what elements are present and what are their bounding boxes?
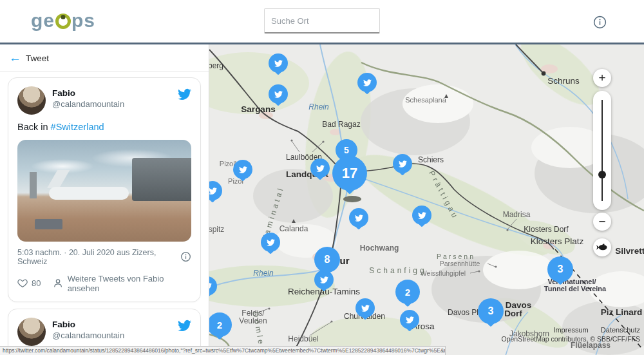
map-label: Klosters Dorf [524,225,568,234]
tweet-marker-pin[interactable] [400,310,419,329]
map-label: Dorf [504,309,522,318]
tweet-text: Back in #Switzerland [17,121,191,133]
geops-logo[interactable]: geps [31,10,95,32]
like-count: 80 [32,278,41,288]
cluster-marker[interactable]: 2 [395,280,420,304]
cluster-marker[interactable]: 2 [209,312,232,337]
twitter-bird-icon [417,211,427,220]
sidebar-title: Tweet [26,53,49,63]
twitter-bird-icon [274,90,283,99]
tweet-handle[interactable]: @calandamountain [52,331,178,340]
tweet-marker-pin[interactable] [357,73,377,92]
map-label: Rhein [308,102,328,111]
map-label: rberg [209,61,223,70]
tweet-marker-pin[interactable] [269,84,288,104]
map-label: Tunnel del Vereina [544,285,606,293]
zoom-slider-track [601,100,603,201]
map-label: Schesaplana [405,96,446,104]
zoom-slider-handle[interactable] [598,171,606,178]
zoom-out-button[interactable]: − [593,213,611,231]
twitter-bird-icon [354,214,364,222]
twitter-bird-icon[interactable] [178,88,191,101]
tweet-author: Fabio [52,88,178,98]
map-label: Sargans [241,104,275,114]
tweet-marker-pin[interactable] [261,233,280,252]
twitter-bird-icon [209,187,218,195]
twitter-bird-icon [363,79,372,87]
zoom-in-button[interactable]: + [593,69,611,87]
cluster-marker[interactable]: 8 [314,247,340,273]
person-icon [53,278,63,289]
search-box[interactable] [264,8,380,34]
logo-text-right: ps [71,10,95,32]
tweet-marker-pin[interactable] [393,154,412,173]
cluster-marker[interactable]: 3 [478,298,504,324]
fish-icon [596,243,608,252]
tweet-sidebar: ← Tweet Fabio @calandamountain Back in #… [0,44,209,355]
tweet-marker-pin[interactable] [269,53,288,73]
map-label: Heidbüel [288,334,318,343]
tweet-handle[interactable]: @calandamountain [52,99,178,109]
twitter-bird-icon [209,282,213,291]
app-header: geps [0,0,644,43]
datenschutz-link[interactable]: Datenschutz [601,326,640,334]
twitter-bird-icon [316,164,325,173]
more-tweets-link[interactable]: Weitere Tweets von Fabio ansehen [68,274,191,293]
search-input[interactable] [271,16,384,26]
zoom-out-label: − [598,215,605,229]
hashtag-link[interactable]: #Switzerland [51,122,104,132]
tweet-marker-pin[interactable] [310,158,330,178]
tweet-marker-pin[interactable] [349,208,368,227]
map-label: Hochwang [360,244,399,253]
back-arrow-icon[interactable]: ← [9,51,26,65]
map-label: Ringelspitz [209,225,224,234]
tweet-marker-pin[interactable] [209,181,222,200]
zoom-in-label: + [598,71,605,85]
sidebar-divider [0,72,209,72]
map-label: Klosters Platz [531,236,584,246]
twitter-bird-icon [361,304,370,312]
tweet-marker-pin[interactable] [355,298,375,318]
info-icon[interactable] [593,15,607,29]
map-label: Schiers [418,155,444,164]
map-canvas[interactable]: rbergSargansRheinBad RagazSchesaplanaSch… [209,44,644,355]
twitter-bird-icon[interactable] [178,319,191,332]
avatar[interactable] [17,86,46,115]
impressum-link[interactable]: Impressum [553,326,588,334]
tweet-photo[interactable] [17,140,191,242]
twitter-bird-icon [319,276,329,284]
tweet-marker-pin[interactable] [233,160,252,179]
tweet-marker-pin[interactable] [412,206,431,225]
cluster-marker[interactable]: 3 [547,256,573,282]
copyright-text: OpenStreetMap contributors, © SBB/CFF/FF… [502,335,640,343]
logo-text-left: ge [31,10,55,32]
map-label: Schanfigg [369,266,426,275]
tweet-card[interactable]: Fabio @calandamountain Back in #Switzerl… [8,77,201,302]
map-label: Weissfluhgipfel [421,269,466,277]
zoom-slider[interactable] [593,91,611,210]
twitter-bird-icon [405,316,415,324]
cluster-marker[interactable]: 17 [332,156,367,191]
twitter-bird-icon [238,166,248,174]
map-label: Calanda [279,224,308,233]
tweet-marker-pin[interactable] [209,276,217,296]
app-window: geps ← Tweet Fabio @calandamountain Bac [0,0,644,355]
avatar[interactable] [17,318,46,346]
twitter-bird-icon [398,160,408,168]
info-circle-icon[interactable] [180,251,191,262]
map-label: Rhein [253,269,273,278]
tweet-meta: 5:03 nachm. · 20. Juli 2020 aus Zizers, … [17,248,180,266]
map-attribution: Impressum Datenschutz OpenStreetMap cont… [502,326,640,343]
fish-layer-button[interactable] [593,238,611,256]
logo-o-ring-icon [55,14,71,29]
map-label: Madrisa [503,210,531,219]
twitter-bird-icon [266,238,276,247]
map-label: Parsennhütte [440,260,480,267]
header-separator [0,43,644,44]
map-label: Schruns [547,76,580,86]
link-preview-statusbar: https://twitter.com/calandamountain/stat… [0,346,446,355]
like-heart-icon[interactable] [17,278,28,289]
sidebar-header: ← Tweet [0,44,209,72]
map-label: Davos Pl [448,308,478,317]
map-label: Silvretta [615,246,644,256]
